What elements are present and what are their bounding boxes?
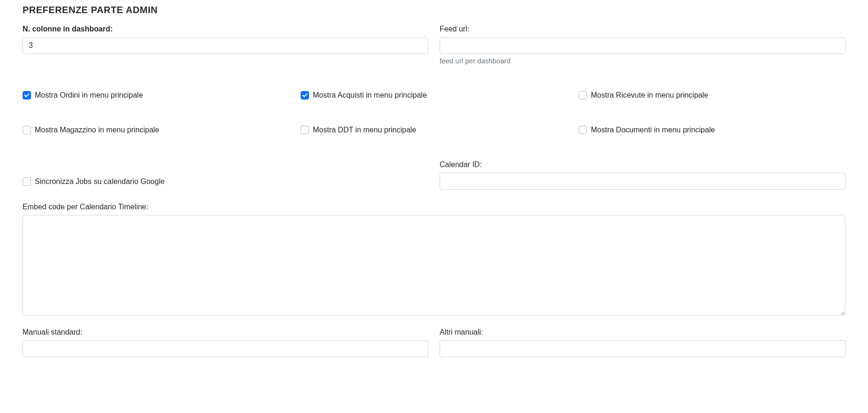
mostra-magazzino-label: Mostra Magazzino in menu principale	[35, 126, 159, 134]
mostra-ddt-checkbox[interactable]	[301, 126, 309, 134]
sincronizza-jobs-checkbox[interactable]	[23, 177, 31, 186]
mostra-magazzino-checkbox[interactable]	[23, 126, 31, 134]
calendar-id-label: Calendar ID:	[440, 161, 845, 169]
mostra-acquisti-checkbox[interactable]	[301, 91, 309, 99]
sincronizza-jobs-label: Sincronizza Jobs su calendario Google	[35, 177, 165, 186]
mostra-acquisti-label: Mostra Acquisti in menu principale	[313, 91, 427, 99]
mostra-documenti-label: Mostra Documenti in menu principale	[591, 126, 715, 134]
feedurl-label: Feed url:	[440, 25, 845, 33]
altri-manuali-input[interactable]	[440, 340, 845, 357]
mostra-ordini-label: Mostra Ordini in menu principale	[35, 91, 143, 99]
mostra-ricevute-label: Mostra Ricevute in menu principale	[591, 91, 708, 99]
manuali-standard-label: Manuali standard:	[23, 328, 428, 337]
manuali-standard-input[interactable]	[23, 340, 428, 357]
columns-label: N. colonne in dashboard:	[23, 25, 428, 33]
mostra-documenti-checkbox[interactable]	[579, 126, 587, 134]
mostra-ddt-label: Mostra DDT in menu principale	[313, 126, 416, 134]
altri-manuali-label: Altri manuali:	[440, 328, 845, 337]
mostra-ricevute-checkbox[interactable]	[579, 91, 587, 99]
section-title: PREFERENZE PARTE ADMIN	[23, 5, 845, 15]
mostra-ordini-checkbox[interactable]	[23, 91, 31, 99]
embed-code-label: Embed code per Calendario Timeline:	[23, 203, 845, 211]
columns-input[interactable]	[23, 37, 428, 54]
embed-code-textarea[interactable]	[23, 215, 845, 316]
feedurl-help: feed url per dashboard	[440, 57, 845, 65]
feedurl-input[interactable]	[440, 37, 845, 54]
calendar-id-input[interactable]	[440, 173, 845, 190]
